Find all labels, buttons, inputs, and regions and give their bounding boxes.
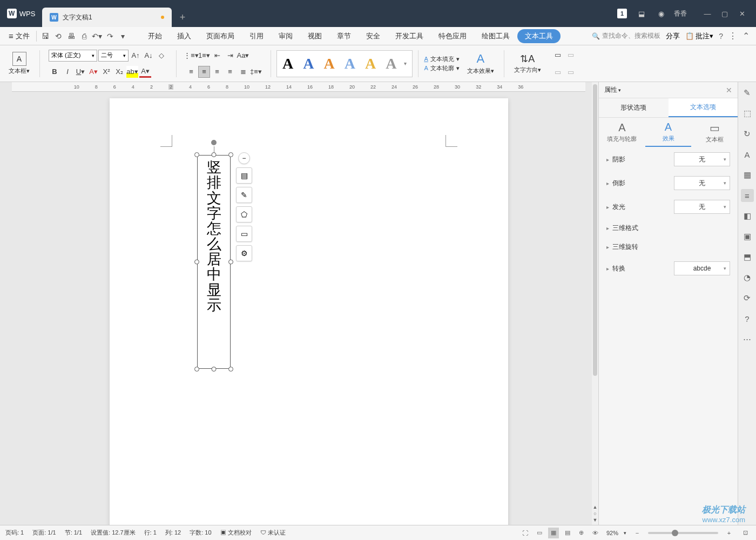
status-proof[interactable]: ▣ 文档校对 <box>220 529 252 537</box>
text-style-gallery[interactable]: AAAAAA ▾ <box>276 50 413 77</box>
next-textbox-icon[interactable]: ▭ <box>565 66 577 78</box>
panel-subtab-1[interactable]: A效果 <box>645 118 692 147</box>
break-link-icon[interactable]: ▭ <box>552 66 564 78</box>
maximize-button[interactable]: ▢ <box>716 5 733 22</box>
side-tool-4[interactable]: ▦ <box>741 168 754 181</box>
text-style-item[interactable]: A <box>282 55 293 72</box>
minimize-button[interactable]: — <box>699 5 716 22</box>
document-page[interactable]: 竖排文字怎么居中显示 −▤✎⬠▭⚙ <box>110 98 508 525</box>
new-tab-button[interactable]: + <box>172 8 193 27</box>
menu-tab-11[interactable]: 文本工具 <box>517 29 561 43</box>
italic-icon[interactable]: I <box>62 66 73 78</box>
panel-row-select[interactable]: 无 <box>674 176 730 190</box>
status-words[interactable]: 字数: 10 <box>190 529 211 537</box>
share-button[interactable]: 分享 <box>666 31 680 41</box>
line-spacing-icon[interactable]: ‡≡▾ <box>250 66 262 78</box>
menu-tab-5[interactable]: 视图 <box>300 27 329 45</box>
status-page[interactable]: 页面: 1/1 <box>32 529 56 537</box>
text-outline-button[interactable]: A 文本轮廓▾ <box>424 64 459 72</box>
justify-icon[interactable]: ≡ <box>224 66 236 78</box>
font-family-select[interactable]: 宋体 (正文)▾ <box>49 50 97 62</box>
view-mode-1[interactable]: ▭ <box>534 528 545 538</box>
view-mode-2[interactable]: ▦ <box>548 528 559 538</box>
side-tool-6[interactable]: ◧ <box>741 210 754 222</box>
side-tool-7[interactable]: ▣ <box>741 230 754 243</box>
side-tool-11[interactable]: ? <box>741 312 754 325</box>
panel-row-label[interactable]: ▸倒影 <box>606 179 625 188</box>
side-tool-5[interactable]: ≡ <box>741 189 754 202</box>
undo-icon[interactable]: ↶▾ <box>91 30 104 43</box>
document-tab[interactable]: W 文字文稿1 <box>42 8 172 27</box>
zoom-label[interactable]: 92% <box>606 530 618 536</box>
more-qat-icon[interactable]: ▾ <box>117 30 130 43</box>
underline-icon[interactable]: U▾ <box>75 66 86 78</box>
text-style-item[interactable]: A <box>323 55 334 72</box>
status-page-no[interactable]: 页码: 1 <box>5 529 24 537</box>
case-icon[interactable]: Aa▾ <box>237 50 249 62</box>
menu-tab-1[interactable]: 插入 <box>170 27 199 45</box>
panel-subtab-2[interactable]: ▭文本框 <box>691 118 738 147</box>
menu-tab-6[interactable]: 章节 <box>329 27 359 45</box>
superscript-icon[interactable]: X² <box>100 66 112 78</box>
selected-textbox[interactable]: 竖排文字怎么居中显示 <box>197 155 231 369</box>
view-mode-0[interactable]: ⛶ <box>520 528 531 538</box>
align-left-icon[interactable]: ≡ <box>185 66 197 78</box>
textbox-dropdown[interactable]: A 文本框▾ <box>4 52 34 75</box>
zoom-in-icon[interactable]: + <box>724 528 734 538</box>
subscript-icon[interactable]: X₂ <box>113 66 125 78</box>
menu-tab-2[interactable]: 页面布局 <box>199 27 242 45</box>
panel-tab-0[interactable]: 形状选项 <box>599 98 669 117</box>
annotate-button[interactable]: 📋 批注▾ <box>685 31 714 41</box>
view-mode-4[interactable]: ⊕ <box>576 528 587 538</box>
float-tool-0[interactable]: − <box>238 152 250 164</box>
menu-tab-9[interactable]: 特色应用 <box>431 27 474 45</box>
page-down-icon[interactable]: ▼ <box>593 517 598 523</box>
menu-tab-3[interactable]: 引用 <box>242 27 271 45</box>
zoom-out-icon[interactable]: − <box>632 528 643 538</box>
panel-row-label[interactable]: ▸三维格式 <box>606 224 638 233</box>
menu-tab-8[interactable]: 开发工具 <box>388 27 431 45</box>
decrease-indent-icon[interactable]: ⇤ <box>211 50 223 62</box>
print-preview-icon[interactable]: ⟲ <box>52 30 65 43</box>
link-textbox-icon[interactable]: ▭ <box>552 49 564 61</box>
scrollbar-thumb[interactable] <box>593 84 597 376</box>
resize-handle[interactable] <box>194 260 199 265</box>
prev-textbox-icon[interactable]: ▭ <box>565 49 577 61</box>
vertical-scrollbar[interactable]: ▲ ○ ▼ <box>592 82 598 525</box>
side-tool-0[interactable]: ✎ <box>741 86 754 99</box>
grow-font-icon[interactable]: A↑ <box>130 50 141 62</box>
text-style-item[interactable]: A <box>303 55 314 72</box>
align-center-icon[interactable]: ≡ <box>198 66 210 78</box>
resize-handle[interactable] <box>228 367 233 372</box>
resize-handle[interactable] <box>194 152 199 157</box>
distribute-icon[interactable]: ≣ <box>237 66 249 78</box>
panel-row-label[interactable]: ▸三维旋转 <box>606 242 638 252</box>
status-section[interactable]: 节: 1/1 <box>65 529 82 537</box>
numbering-icon[interactable]: 1≡▾ <box>198 50 210 62</box>
text-effect-button[interactable]: A 文本效果▾ <box>463 52 498 75</box>
skin-icon[interactable]: ⬓ <box>635 7 648 20</box>
vertical-text-content[interactable]: 竖排文字怎么居中显示 <box>202 160 226 364</box>
user-name[interactable]: 香香 <box>674 9 687 18</box>
bullets-icon[interactable]: ⋮≡▾ <box>185 50 197 62</box>
highlight-icon[interactable]: ab▾ <box>126 66 138 78</box>
more-menu-icon[interactable]: ⋮ <box>728 31 737 41</box>
font-size-select[interactable]: 二号▾ <box>98 50 129 62</box>
user-avatar-icon[interactable]: ◉ <box>654 7 667 20</box>
preview-icon[interactable]: ⎙ <box>78 30 91 43</box>
strike-icon[interactable]: A▾ <box>87 66 99 78</box>
text-style-item[interactable]: A <box>386 55 396 72</box>
float-tool-2[interactable]: ✎ <box>236 187 252 203</box>
resize-handle[interactable] <box>194 367 199 372</box>
float-tool-5[interactable]: ⚙ <box>236 245 252 261</box>
view-mode-3[interactable]: ▤ <box>562 528 573 538</box>
text-style-item[interactable]: A <box>365 55 376 72</box>
panel-close-icon[interactable]: ✕ <box>726 86 732 94</box>
save-icon[interactable]: 🖫 <box>39 30 52 43</box>
float-tool-3[interactable]: ⬠ <box>236 206 252 222</box>
text-style-item[interactable]: A <box>345 55 355 72</box>
redo-icon[interactable]: ↷ <box>104 30 117 43</box>
status-auth[interactable]: 🛡 未认证 <box>260 529 286 537</box>
side-tool-10[interactable]: ⟳ <box>741 292 754 305</box>
menu-tab-0[interactable]: 开始 <box>140 27 170 45</box>
